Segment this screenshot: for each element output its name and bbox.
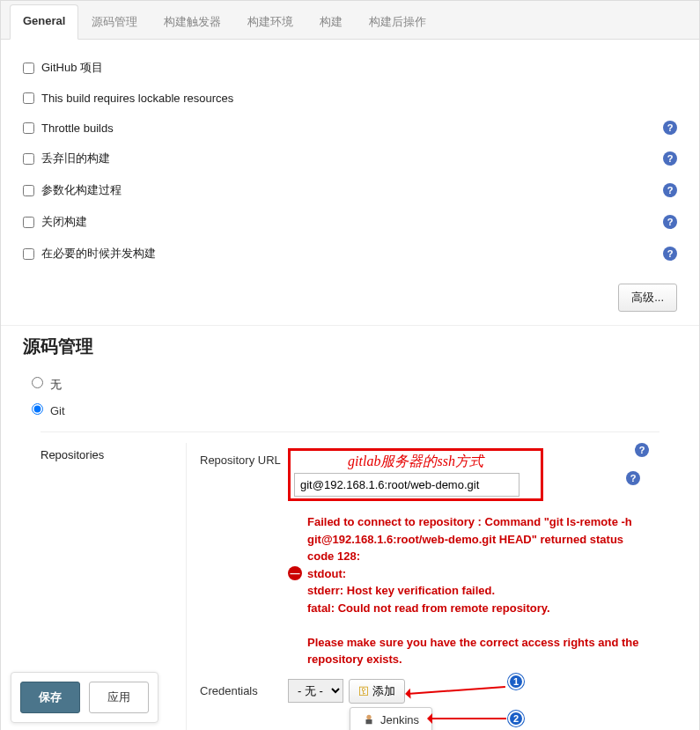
add-label: 添加 [372,683,395,699]
repo-error: — Failed to connect to repository : Comm… [288,510,652,674]
checkbox-concurrent[interactable] [23,248,34,260]
checkbox-discard[interactable] [23,153,34,165]
help-icon[interactable]: ? [663,215,677,229]
key-icon: ⚿ [358,685,369,697]
radio-git-text: Git [50,404,65,417]
action-bar: 保存 应用 [11,672,158,723]
label-throttle: Throttle builds [41,122,659,135]
checkbox-disable[interactable] [23,217,34,228]
checkbox-throttle[interactable] [23,122,34,134]
general-advanced-button[interactable]: 高级... [618,284,677,312]
credentials-dropdown-item[interactable]: Jenkins [350,707,432,731]
badge-2: 2 [508,711,524,726]
badge-1: 1 [508,674,524,689]
tab-scm[interactable]: 源码管理 [78,4,151,39]
config-tabs: General 源码管理 构建触发器 构建环境 构建 构建后操作 [1,1,699,40]
credentials-label: Credentials [200,679,288,697]
radio-git-label[interactable]: Git [32,404,65,417]
error-icon: — [288,566,302,580]
arrow-2 [429,718,506,719]
tab-env[interactable]: 构建环境 [234,4,306,39]
help-icon[interactable]: ? [663,151,677,166]
repo-url-label: Repository URL [200,448,288,467]
checkbox-parameterized[interactable] [23,185,34,196]
help-icon[interactable]: ? [635,443,649,457]
credentials-add-button[interactable]: ⚿ 添加 [349,679,405,704]
radio-none-label[interactable]: 无 [32,378,62,391]
tab-postbuild[interactable]: 构建后操作 [356,4,439,39]
radio-none-text: 无 [50,378,62,391]
label-disable: 关闭构建 [41,214,659,230]
radio-git[interactable] [32,403,43,415]
help-icon[interactable]: ? [626,471,640,485]
radio-none[interactable] [32,377,43,388]
label-lockable: This build requires lockable resources [41,92,659,105]
jenkins-icon [363,713,375,726]
scm-heading: 源码管理 [1,325,699,372]
annotation-box: gitlab服务器的ssh方式 [288,448,543,501]
annotation-text: gitlab服务器的ssh方式 [294,453,537,473]
save-button[interactable]: 保存 [20,682,80,713]
arrow-1 [407,686,505,695]
label-discard: 丢弃旧的构建 [41,151,659,166]
general-section: GitHub 项目 This build requires lockable r… [1,40,699,275]
apply-button[interactable]: 应用 [89,682,149,713]
help-icon[interactable]: ? [663,247,677,261]
svg-point-0 [366,715,371,719]
checkbox-lockable[interactable] [23,92,34,104]
help-icon[interactable]: ? [663,183,677,197]
label-github-project: GitHub 项目 [41,60,659,76]
tab-general[interactable]: General [10,4,78,40]
jenkins-label: Jenkins [380,713,419,726]
label-concurrent: 在必要的时候并发构建 [41,246,659,262]
svg-rect-1 [366,719,372,724]
help-icon[interactable]: ? [663,121,677,135]
label-parameterized: 参数化构建过程 [41,182,659,198]
tab-build[interactable]: 构建 [306,4,356,39]
error-text: Failed to connect to repository : Comman… [307,513,652,668]
checkbox-github-project[interactable] [23,63,34,74]
tab-triggers[interactable]: 构建触发器 [151,4,234,39]
credentials-select[interactable]: - 无 - [288,679,343,703]
repo-url-input[interactable] [294,473,519,497]
